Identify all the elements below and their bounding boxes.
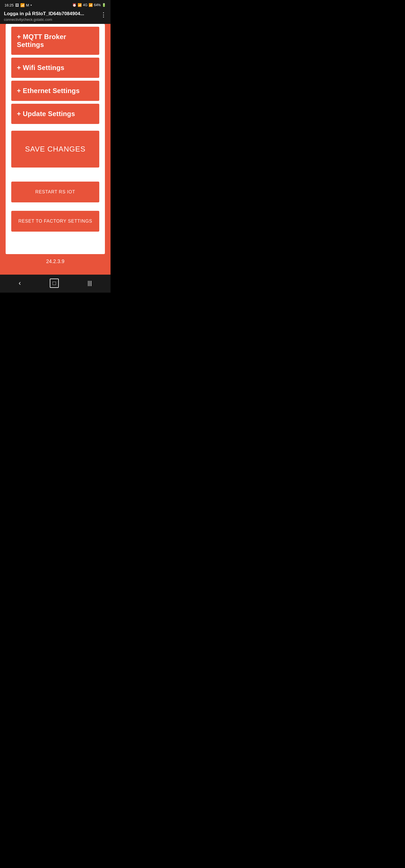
browser-url: connectivitycheck.gstatic.com [4, 18, 84, 22]
battery-icon: 🔋 [102, 3, 106, 7]
time-display: 16:25 [4, 3, 14, 7]
spacer [6, 173, 105, 182]
nav-bar: ‹ □ ||| [0, 275, 111, 292]
wifi-icon: 📶 [20, 3, 25, 7]
save-section: SAVE CHANGES [6, 128, 105, 173]
version-number: 24.2.3.9 [46, 258, 64, 264]
dot-indicator: • [30, 3, 32, 7]
ethernet-settings-button[interactable]: + Ethernet Settings [11, 81, 99, 101]
browser-title: Logga in på RSIoT_ID64b7084904... [4, 11, 84, 17]
browser-bar: Logga in på RSIoT_ID64b7084904... connec… [0, 9, 111, 24]
browser-info: Logga in på RSIoT_ID64b7084904... connec… [4, 11, 84, 22]
save-changes-button[interactable]: SAVE CHANGES [11, 131, 99, 167]
browser-menu-button[interactable]: ⋮ [100, 11, 107, 19]
signal2-icon: 📶 [89, 3, 93, 7]
reset-factory-settings-button[interactable]: RESET TO FACTORY SETTINGS [11, 211, 99, 231]
accordion-section: + MQTT Broker Settings + Wifi Settings +… [6, 24, 105, 128]
status-left: 16:25 🖼 📶 M • [4, 3, 32, 7]
4g-label: 4G [83, 3, 87, 7]
back-button[interactable]: ‹ [10, 278, 29, 288]
battery-display: 64% [94, 3, 101, 7]
mqtt-broker-settings-button[interactable]: + MQTT Broker Settings [11, 27, 99, 55]
wifi-settings-button[interactable]: + Wifi Settings [11, 58, 99, 78]
restart-rs-iot-button[interactable]: RESTART RS IOT [11, 182, 99, 203]
action-section: RESTART RS IOT RESET TO FACTORY SETTINGS [6, 182, 105, 246]
recent-apps-button[interactable]: ||| [79, 279, 100, 287]
signal-icon: 📶 [78, 3, 82, 7]
main-content: + MQTT Broker Settings + Wifi Settings +… [0, 24, 111, 275]
update-settings-button[interactable]: + Update Settings [11, 104, 99, 124]
alarm-icon: ⏰ [72, 3, 77, 7]
status-right: ⏰ 📶 4G 📶 64% 🔋 [72, 3, 106, 7]
status-bar: 16:25 🖼 📶 M • ⏰ 📶 4G 📶 64% 🔋 [0, 0, 111, 9]
photo-icon: 🖼 [15, 3, 19, 7]
page-inner: + MQTT Broker Settings + Wifi Settings +… [6, 24, 105, 254]
version-bar: 24.2.3.9 [0, 254, 111, 269]
email-icon: M [26, 3, 29, 7]
home-button[interactable]: □ [50, 279, 59, 288]
